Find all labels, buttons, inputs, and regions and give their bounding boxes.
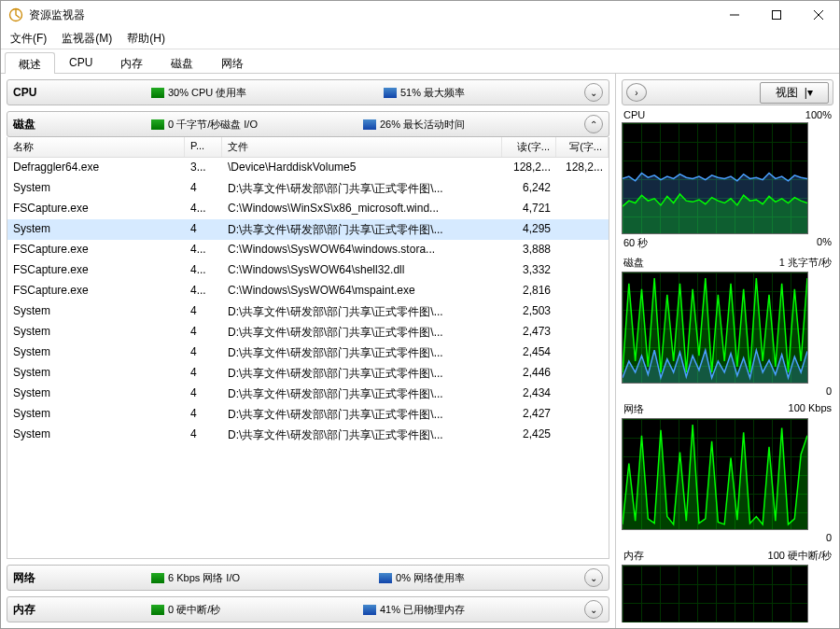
chart-canvas [622, 272, 808, 384]
expand-cpu-button[interactable]: ⌄ [584, 83, 603, 102]
table-row[interactable]: FSCapture.exe4...C:\Windows\SysWOW64\win… [7, 240, 609, 260]
cell-name: FSCapture.exe [7, 240, 185, 260]
tab-disk[interactable]: 磁盘 [157, 51, 207, 73]
disk-active-label: 26% 最长活动时间 [380, 118, 465, 132]
minimize-button[interactable] [713, 1, 755, 29]
cell-file: D:\共享文件\研发部\部门共享\正式零件图\... [222, 363, 502, 384]
memory-faults-label: 0 硬中断/秒 [168, 603, 220, 617]
cell-write [556, 322, 609, 342]
table-row[interactable]: FSCapture.exe4...C:\Windows\WinSxS\x86_m… [7, 199, 609, 219]
cell-read: 4,295 [502, 219, 556, 240]
green-swatch-icon [151, 119, 164, 130]
cell-file: D:\共享文件\研发部\部门共享\正式零件图\... [222, 219, 502, 240]
col-file[interactable]: 文件 [222, 137, 502, 157]
charts-toolbar: › 视图 |▾ [622, 79, 833, 105]
tab-network[interactable]: 网络 [207, 51, 258, 73]
cpu-panel-header[interactable]: CPU 30% CPU 使用率 51% 最大频率 ⌄ [7, 79, 609, 105]
cell-name: System [7, 219, 185, 240]
chart-canvas [622, 122, 808, 234]
chart-max: 1 兆字节/秒 [779, 256, 832, 270]
tab-memory[interactable]: 内存 [106, 51, 157, 73]
table-row[interactable]: System4D:\共享文件\研发部\部门共享\正式零件图\...2,425 [7, 425, 609, 445]
cell-read: 2,454 [502, 342, 556, 363]
cell-file: D:\共享文件\研发部\部门共享\正式零件图\... [222, 342, 502, 363]
memory-panel-title: 内存 [13, 602, 144, 618]
chart-foot-right: 0 [826, 532, 832, 543]
table-row[interactable]: System4D:\共享文件\研发部\部门共享\正式零件图\...2,454 [7, 342, 609, 363]
charts-area[interactable]: CPU100%60 秒0%磁盘1 兆字节/秒0网络100 Kbps0内存100 … [622, 109, 833, 622]
cell-read: 3,332 [502, 260, 556, 281]
tab-overview[interactable]: 概述 [5, 52, 55, 74]
disk-table: 名称 P... 文件 读(字... 写(字... Defraggler64.ex… [7, 137, 609, 559]
expand-memory-button[interactable]: ⌄ [584, 600, 603, 619]
disk-panel-header[interactable]: 磁盘 0 千字节/秒磁盘 I/O 26% 最长活动时间 ⌃ [7, 111, 609, 137]
cell-write [556, 342, 609, 363]
network-usage-label: 0% 网络使用率 [396, 571, 465, 585]
maximize-button[interactable] [755, 1, 797, 29]
cell-pid: 4 [185, 219, 222, 240]
cell-read: 2,425 [502, 425, 556, 445]
cell-read: 2,427 [502, 404, 556, 425]
cell-file: D:\共享文件\研发部\部门共享\正式零件图\... [222, 425, 502, 445]
cell-name: System [7, 384, 185, 404]
chart-mem: 内存100 硬中断/秒 [622, 549, 833, 622]
close-button[interactable] [797, 1, 839, 29]
cell-pid: 4 [185, 342, 222, 363]
cell-write [556, 199, 609, 219]
memory-panel-header[interactable]: 内存 0 硬中断/秒 41% 已用物理内存 ⌄ [7, 596, 609, 622]
tab-cpu[interactable]: CPU [55, 51, 106, 73]
table-row[interactable]: Defraggler64.exe3...\Device\HarddiskVolu… [7, 158, 609, 178]
cell-pid: 4 [185, 301, 222, 322]
cell-write [556, 178, 609, 199]
cell-name: System [7, 178, 185, 199]
cell-pid: 4 [185, 404, 222, 425]
menu-help[interactable]: 帮助(H) [127, 31, 165, 47]
table-row[interactable]: System4D:\共享文件\研发部\部门共享\正式零件图\...2,503 [7, 301, 609, 322]
tab-strip: 概述 CPU 内存 磁盘 网络 [1, 49, 839, 74]
cell-pid: 4... [185, 281, 222, 301]
cell-name: Defraggler64.exe [7, 158, 185, 178]
cell-write [556, 240, 609, 260]
cell-write: 128,2... [556, 158, 609, 178]
cell-file: D:\共享文件\研发部\部门共享\正式零件图\... [222, 404, 502, 425]
collapse-disk-button[interactable]: ⌃ [584, 115, 603, 133]
col-pid[interactable]: P... [185, 137, 222, 157]
collapse-charts-button[interactable]: › [626, 83, 647, 102]
window-title: 资源监视器 [29, 7, 713, 23]
cell-file: D:\共享文件\研发部\部门共享\正式零件图\... [222, 301, 502, 322]
table-row[interactable]: System4D:\共享文件\研发部\部门共享\正式零件图\...2,427 [7, 404, 609, 425]
disk-panel-title: 磁盘 [13, 117, 144, 133]
chart-disk: 磁盘1 兆字节/秒0 [622, 256, 833, 397]
cell-read: 2,446 [502, 363, 556, 384]
cell-read: 3,888 [502, 240, 556, 260]
table-row[interactable]: System4D:\共享文件\研发部\部门共享\正式零件图\...2,434 [7, 384, 609, 404]
cell-pid: 4 [185, 384, 222, 404]
green-swatch-icon [151, 605, 164, 615]
cell-read: 128,2... [502, 158, 556, 178]
cell-file: C:\Windows\SysWOW64\shell32.dll [222, 260, 502, 281]
cell-name: System [7, 322, 185, 342]
table-row[interactable]: FSCapture.exe4...C:\Windows\SysWOW64\she… [7, 260, 609, 281]
table-row[interactable]: System4D:\共享文件\研发部\部门共享\正式零件图\...2,446 [7, 363, 609, 384]
col-write[interactable]: 写(字... [556, 137, 609, 157]
table-body[interactable]: Defraggler64.exe3...\Device\HarddiskVolu… [7, 158, 609, 558]
cpu-usage-label: 30% CPU 使用率 [168, 86, 246, 100]
network-panel-header[interactable]: 网络 6 Kbps 网络 I/O 0% 网络使用率 ⌄ [7, 565, 609, 591]
expand-network-button[interactable]: ⌄ [584, 568, 603, 587]
table-row[interactable]: FSCapture.exe4...C:\Windows\SysWOW64\msp… [7, 281, 609, 301]
titlebar: 资源监视器 [1, 1, 839, 29]
blue-swatch-icon [363, 119, 376, 130]
menu-monitor[interactable]: 监视器(M) [62, 31, 112, 47]
chart-foot-right: 0% [817, 236, 832, 250]
table-row[interactable]: System4D:\共享文件\研发部\部门共享\正式零件图\...6,242 [7, 178, 609, 199]
menubar: 文件(F) 监视器(M) 帮助(H) [1, 29, 839, 49]
chart-max: 100% [805, 109, 832, 120]
chart-title: 内存 [623, 549, 644, 563]
col-read[interactable]: 读(字... [502, 137, 556, 157]
cell-read: 2,816 [502, 281, 556, 301]
table-row[interactable]: System4D:\共享文件\研发部\部门共享\正式零件图\...2,473 [7, 322, 609, 342]
col-name[interactable]: 名称 [7, 137, 185, 157]
view-dropdown[interactable]: 视图 |▾ [760, 82, 829, 104]
menu-file[interactable]: 文件(F) [10, 31, 47, 47]
table-row[interactable]: System4D:\共享文件\研发部\部门共享\正式零件图\...4,295 [7, 219, 609, 240]
